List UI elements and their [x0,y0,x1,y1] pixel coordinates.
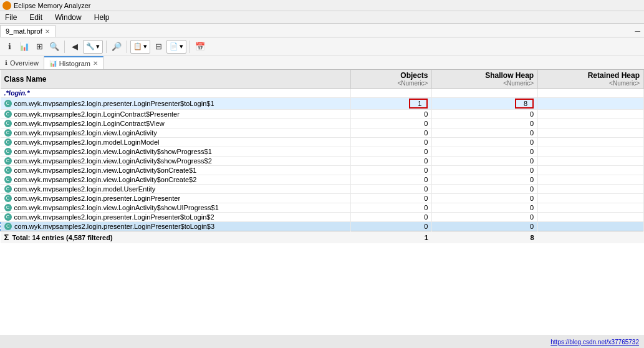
class-name-text: com.wyk.mvpsamples2.login.view.LoginActi… [14,167,197,174]
histogram-table: Class Name Objects <Numeric> Shallow Hea… [0,70,644,243]
class-icon: C [4,157,12,165]
class-name-text: com.wyk.mvpsamples2.login.view.LoginActi… [14,148,212,155]
cell-classname: Ccom.wyk.mvpsamples2.login.presenter.Log… [1,222,351,231]
bar-chart-button[interactable]: 📊 [17,40,31,54]
table-button[interactable]: ⊞ [32,40,46,54]
cell-shallowheap: 0 [432,166,538,175]
class-icon: C [4,195,12,202]
class-icon: C [4,176,12,183]
tab-histogram[interactable]: 📊 Histogram ✕ [44,56,103,69]
menu-help[interactable]: Help [92,12,112,22]
class-icon: C [4,223,12,230]
table-row[interactable]: Ccom.wyk.mvpsamples2.login.model.UserEnt… [1,185,644,194]
overview-icon: ℹ [5,59,7,66]
cell-retainedheap [538,222,644,231]
cell-classname: Ccom.wyk.mvpsamples2.login.model.LoginMo… [1,138,351,147]
table-row[interactable]: Ccom.wyk.mvpsamples2.login.model.LoginMo… [1,138,644,147]
menu-file[interactable]: File [2,12,19,22]
col-header-shallowheap[interactable]: Shallow Heap <Numeric> [432,70,538,89]
table-row[interactable]: Ccom.wyk.mvpsamples2.login.view.LoginAct… [1,166,644,175]
total-retained [538,231,644,244]
cell-objects: 0 [350,203,432,213]
file-tab-close[interactable]: ✕ [45,28,50,35]
table-row[interactable]: Ccom.wyk.mvpsamples2.login.presenter.Log… [1,194,644,203]
action-dropdown-3-icon: 📄 [170,42,178,51]
toolbar-separator-2 [106,41,107,53]
view-tabs: ℹ Overview 📊 Histogram ✕ [0,56,644,70]
class-name-text: com.wyk.mvpsamples2.login.presenter.Logi… [14,195,181,202]
action-dropdown-2[interactable]: 📋 ▾ [130,40,150,54]
col-header-objects[interactable]: Objects <Numeric> [350,70,432,89]
table-row[interactable]: Ccom.wyk.mvpsamples2.login.presenter.Log… [1,222,644,231]
cell-retainedheap [538,138,644,147]
cell-classname: Ccom.wyk.mvpsamples2.login.presenter.Log… [1,194,351,203]
table-row[interactable]: Ccom.wyk.mvpsamples2.login.presenter.Log… [1,213,644,222]
class-icon: C [4,100,12,107]
class-name-text: com.wyk.mvpsamples2.login.LoginContract$… [14,110,180,118]
query-button[interactable]: 🔍 [47,40,61,54]
toolbar-separator-1 [64,41,65,53]
grid-button[interactable]: ⊟ [151,40,165,54]
minimize-button[interactable]: ─ [631,25,644,37]
menu-window[interactable]: Window [52,12,84,22]
cell-shallowheap: 0 [432,222,538,231]
class-icon: C [4,129,12,137]
filter-classname: .*login.* [1,89,351,98]
title-bar: Eclipse Memory Analyzer [0,0,644,11]
table-row[interactable]: Ccom.wyk.mvpsamples2.login.view.LoginAct… [1,157,644,166]
action-dropdown-1-icon: 🔧 [86,42,95,51]
prev-button[interactable]: ◀ [68,40,82,54]
cell-retainedheap [538,157,644,166]
class-name-text: com.wyk.mvpsamples2.login.model.UserEnti… [14,185,156,193]
sigma-icon: Σ [4,233,9,242]
main-content: Class Name Objects <Numeric> Shallow Hea… [0,70,644,336]
cell-retainedheap [538,203,644,213]
file-tab-9mat[interactable]: 9_mat.hprof ✕ [0,25,55,37]
calendar-button[interactable]: 📅 [193,40,207,54]
cell-retainedheap [538,147,644,157]
action-dropdown-2-icon: 📋 [133,42,142,51]
status-url[interactable]: https://blog.csdn.net/x37765732 [550,339,639,346]
class-icon: C [4,110,12,118]
class-name-text: com.wyk.mvpsamples2.login.presenter.Logi… [14,100,214,107]
histogram-icon: 📊 [49,60,57,67]
col-header-retainedheap[interactable]: Retained Heap <Numeric> [538,70,644,89]
action-dropdown-1-arrow: ▾ [96,42,100,51]
menu-edit[interactable]: Edit [27,12,45,22]
table-row[interactable]: Ccom.wyk.mvpsamples2.login.view.LoginAct… [1,128,644,138]
cell-retainedheap [538,98,644,110]
tab-overview[interactable]: ℹ Overview [0,56,44,69]
cell-classname: Ccom.wyk.mvpsamples2.login.view.LoginAct… [1,157,351,166]
menu-bar: File Edit Window Help [0,11,644,24]
table-row[interactable]: Ccom.wyk.mvpsamples2.login.LoginContract… [1,119,644,128]
retained-hint: <Numeric> [542,80,640,87]
cell-objects: 0 [350,175,432,185]
action-dropdown-1[interactable]: 🔧 ▾ [83,40,103,54]
file-tab-spacer [55,25,632,37]
cell-classname: Ccom.wyk.mvpsamples2.login.view.LoginAct… [1,203,351,213]
export-button[interactable]: 🔎 [110,40,123,54]
toolbar-separator-3 [127,41,127,53]
action-dropdown-3[interactable]: 📄 ▾ [166,40,186,54]
total-objects: 1 [350,231,432,244]
cell-shallowheap: 0 [432,138,538,147]
tab-histogram-label: Histogram [59,60,90,67]
cell-retainedheap [538,213,644,222]
table-row[interactable]: Ccom.wyk.mvpsamples2.login.LoginContract… [1,110,644,119]
cell-shallowheap: 0 [432,213,538,222]
histogram-tab-close[interactable]: ✕ [93,60,98,67]
class-icon: C [4,148,12,155]
table-row[interactable]: Ccom.wyk.mvpsamples2.login.view.LoginAct… [1,203,644,213]
filter-shallow [432,89,538,98]
total-row: Σ Total: 14 entries (4,587 filtered) 1 8 [1,231,644,244]
col-header-classname[interactable]: Class Name [1,70,351,89]
shallow-hint: <Numeric> [436,80,534,87]
cell-classname: Ccom.wyk.mvpsamples2.login.presenter.Log… [1,98,351,110]
cell-objects: 1 [350,98,432,110]
total-label: Σ Total: 14 entries (4,587 filtered) [1,231,351,244]
table-row[interactable]: Ccom.wyk.mvpsamples2.login.presenter.Log… [1,98,644,110]
table-row[interactable]: Ccom.wyk.mvpsamples2.login.view.LoginAct… [1,147,644,157]
cell-objects: 0 [350,222,432,231]
table-row[interactable]: Ccom.wyk.mvpsamples2.login.view.LoginAct… [1,175,644,185]
info-button[interactable]: ℹ [2,40,16,54]
